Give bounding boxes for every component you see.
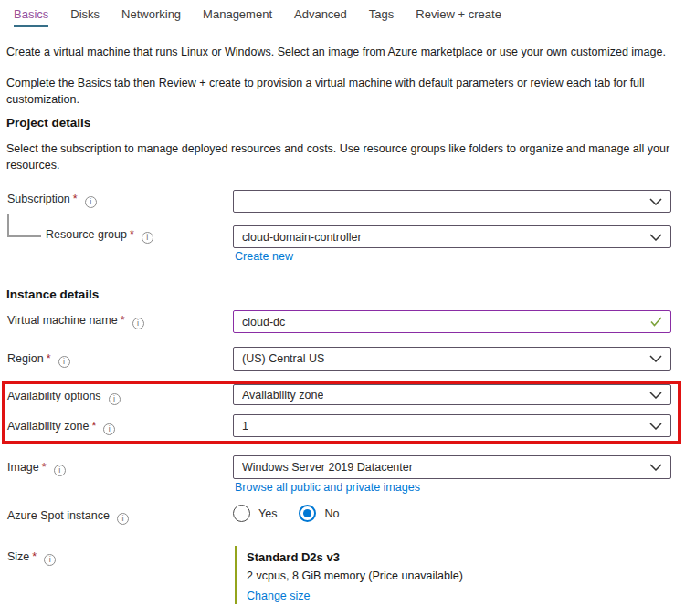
availability-options-label: Availability optionsi xyxy=(7,390,121,405)
radio-dot xyxy=(303,509,311,517)
valid-check-icon xyxy=(650,317,662,327)
radio-yes-label: Yes xyxy=(258,507,277,520)
project-details-description: Select the subscription to manage deploy… xyxy=(6,141,680,173)
chevron-down-icon xyxy=(649,355,662,362)
size-accent-bar xyxy=(235,546,237,604)
region-dropdown[interactable]: (US) Central US xyxy=(233,347,671,371)
resource-group-value: cloud-domain-controller xyxy=(242,231,362,244)
tab-bar: Basics Disks Networking Management Advan… xyxy=(14,7,501,27)
required-star: * xyxy=(121,314,125,327)
instance-details-heading: Instance details xyxy=(6,287,99,301)
availability-options-value: Availability zone xyxy=(242,389,323,402)
tab-review-create[interactable]: Review + create xyxy=(416,7,501,27)
info-icon[interactable]: i xyxy=(142,232,153,244)
availability-zone-value: 1 xyxy=(242,420,248,433)
required-star: * xyxy=(130,228,134,241)
info-icon[interactable]: i xyxy=(103,423,115,435)
vm-name-value: cloud-dc xyxy=(242,316,285,329)
size-label: Size*i xyxy=(7,550,56,566)
chevron-down-icon xyxy=(649,423,662,430)
availability-zone-dropdown[interactable]: 1 xyxy=(233,414,671,437)
create-new-link[interactable]: Create new xyxy=(235,250,293,263)
availability-zone-label: Availability zone*i xyxy=(7,420,115,435)
hierarchy-connector-horizontal xyxy=(7,235,41,237)
radio-no[interactable] xyxy=(299,505,316,522)
resource-group-label: Resource group*i xyxy=(46,228,153,244)
region-label: Region*i xyxy=(7,352,70,368)
region-value: (US) Central US xyxy=(242,352,324,365)
azure-spot-label: Azure Spot instancei xyxy=(7,509,129,525)
tab-tags[interactable]: Tags xyxy=(369,7,394,27)
subscription-dropdown[interactable] xyxy=(233,190,671,213)
image-label: Image*i xyxy=(7,461,66,476)
intro-paragraph-2: Complete the Basics tab then Review + cr… xyxy=(6,76,680,108)
tab-disks[interactable]: Disks xyxy=(70,7,100,27)
tab-advanced[interactable]: Advanced xyxy=(294,7,347,27)
image-dropdown[interactable]: Windows Server 2019 Datacenter xyxy=(233,455,671,479)
azure-spot-radio-group: Yes No xyxy=(233,505,361,522)
chevron-down-icon xyxy=(649,392,662,399)
radio-yes[interactable] xyxy=(233,505,250,522)
image-value: Windows Server 2019 Datacenter xyxy=(242,461,413,474)
size-specs: 2 vcpus, 8 GiB memory (Price unavailable… xyxy=(247,569,463,582)
info-icon[interactable]: i xyxy=(58,356,70,368)
chevron-down-icon xyxy=(649,198,662,205)
browse-images-link[interactable]: Browse all public and private images xyxy=(235,481,420,494)
size-name: Standard D2s v3 xyxy=(247,550,340,564)
required-star: * xyxy=(42,461,47,474)
required-star: * xyxy=(47,352,51,365)
tab-networking[interactable]: Networking xyxy=(121,7,181,27)
info-icon[interactable]: i xyxy=(109,393,121,405)
project-details-heading: Project details xyxy=(6,116,90,130)
info-icon[interactable]: i xyxy=(44,554,56,566)
required-star: * xyxy=(32,550,37,563)
availability-options-dropdown[interactable]: Availability zone xyxy=(233,384,671,405)
chevron-down-icon xyxy=(649,234,662,241)
radio-no-label: No xyxy=(324,507,339,520)
tab-management[interactable]: Management xyxy=(203,7,272,27)
vm-name-label: Virtual machine name*i xyxy=(7,314,144,329)
subscription-label: Subscription*i xyxy=(7,193,97,208)
hierarchy-connector-vertical xyxy=(7,214,9,236)
required-star: * xyxy=(73,193,78,205)
info-icon[interactable]: i xyxy=(54,465,66,476)
create-vm-basics-page: Basics Disks Networking Management Advan… xyxy=(0,0,685,616)
chevron-down-icon xyxy=(649,464,662,471)
required-star: * xyxy=(91,420,96,433)
info-icon[interactable]: i xyxy=(117,513,129,525)
vm-name-input[interactable]: cloud-dc xyxy=(233,310,671,333)
tab-basics[interactable]: Basics xyxy=(14,7,48,27)
intro-paragraph-1: Create a virtual machine that runs Linux… xyxy=(6,45,680,61)
info-icon[interactable]: i xyxy=(85,196,97,208)
info-icon[interactable]: i xyxy=(132,318,144,329)
resource-group-dropdown[interactable]: cloud-domain-controller xyxy=(233,225,671,248)
change-size-link[interactable]: Change size xyxy=(247,590,311,602)
